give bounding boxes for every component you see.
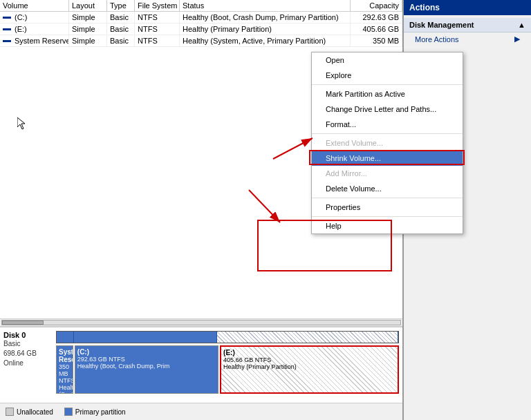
- cell-status-2: Healthy (Primary Partition): [180, 23, 351, 35]
- menu-open[interactable]: Open: [312, 52, 463, 68]
- legend: Unallocated Primary partition: [0, 403, 402, 420]
- menu-delete[interactable]: Delete Volume...: [312, 181, 463, 196]
- table-header: Volume Layout Type File System Status Ca…: [0, 0, 402, 12]
- legend-primary-box: [64, 408, 73, 416]
- col-filesystem: File System: [135, 0, 180, 11]
- partition-e[interactable]: (E:) 405.66 GB NTFS Healthy (Primary Par…: [220, 345, 399, 394]
- col-capacity: Capacity: [351, 0, 402, 11]
- cell-volume-3: System Reserved: [0, 35, 69, 46]
- context-menu: Open Explore Mark Partition as Active Ch…: [311, 52, 463, 234]
- menu-extend: Extend Volume...: [312, 135, 463, 151]
- volume-icon-3: [3, 40, 11, 42]
- volume-icon-1: [3, 17, 11, 19]
- horizontal-scrollbar[interactable]: [0, 318, 402, 327]
- more-actions-link[interactable]: More Actions ▶: [404, 32, 531, 46]
- disk-label: Disk 0 Basic 698.64 GB Online: [3, 331, 52, 399]
- menu-separator-4: [312, 216, 463, 217]
- cell-layout-1: Simple: [69, 12, 107, 23]
- menu-explore[interactable]: Explore: [312, 68, 463, 83]
- partition-title: (E:): [223, 349, 395, 356]
- menu-add-mirror: Add Mirror...: [312, 166, 463, 181]
- disk-status: Online: [3, 359, 52, 368]
- legend-unallocated: Unallocated: [6, 408, 53, 416]
- table-row[interactable]: System Reserved Simple Basic NTFS Health…: [0, 35, 402, 47]
- volume-icon-2: [3, 28, 11, 30]
- actions-header: Actions: [404, 0, 531, 15]
- menu-separator-1: [312, 84, 463, 85]
- cell-layout-3: Simple: [69, 35, 107, 46]
- menu-properties[interactable]: Properties: [312, 200, 463, 215]
- table-row[interactable]: (E:) Simple Basic NTFS Healthy (Primary …: [0, 23, 402, 35]
- menu-shrink[interactable]: Shrink Volume...: [312, 151, 463, 166]
- partition-title: (C:): [77, 348, 216, 356]
- cell-capacity-1: 292.63 GB: [351, 12, 402, 23]
- menu-change-letter[interactable]: Change Drive Letter and Paths...: [312, 102, 463, 117]
- cell-fs-1: NTFS: [135, 12, 180, 23]
- cell-status-1: Healthy (Boot, Crash Dump, Primary Parti…: [180, 12, 351, 23]
- scrollbar-thumb[interactable]: [2, 321, 44, 325]
- cell-type-3: Basic: [107, 35, 135, 46]
- menu-mark-active[interactable]: Mark Partition as Active: [312, 86, 463, 102]
- chevron-right-icon: ▶: [514, 35, 520, 44]
- partition-system-reserved[interactable]: System Rese 350 MB NTFS Healthy (Syst: [56, 345, 73, 394]
- legend-unallocated-label: Unallocated: [17, 408, 53, 416]
- disk-name: Disk 0: [3, 331, 52, 339]
- cell-fs-3: NTFS: [135, 35, 180, 46]
- legend-primary-label: Primary partition: [75, 408, 126, 416]
- actions-section: Disk Management ▲ More Actions ▶: [404, 15, 531, 48]
- menu-help[interactable]: Help: [312, 218, 463, 233]
- menu-format[interactable]: Format...: [312, 117, 463, 132]
- col-status: Status: [180, 0, 351, 11]
- disk-management-section[interactable]: Disk Management ▲: [404, 18, 531, 32]
- col-volume: Volume: [0, 0, 69, 11]
- scrollbar-track[interactable]: [1, 320, 401, 325]
- cell-capacity-3: 350 MB: [351, 35, 402, 46]
- cell-type-2: Basic: [107, 23, 135, 35]
- partition-c[interactable]: (C:) 292.63 GB NTFS Healthy (Boot, Crash…: [75, 345, 218, 394]
- cell-volume-1: (C:): [0, 12, 69, 23]
- disk-type: Basic: [3, 339, 52, 349]
- more-actions-label: More Actions: [415, 35, 459, 44]
- col-layout: Layout: [69, 0, 107, 11]
- collapse-icon: ▲: [518, 21, 525, 29]
- table-row[interactable]: (C:) Simple Basic NTFS Healthy (Boot, Cr…: [0, 12, 402, 23]
- cell-volume-2: (E:): [0, 23, 69, 35]
- partition-title: System Rese: [59, 348, 71, 363]
- cell-type-1: Basic: [107, 12, 135, 23]
- partition-blocks: System Rese 350 MB NTFS Healthy (Syst (C…: [56, 345, 399, 394]
- cell-status-3: Healthy (System, Active, Primary Partiti…: [180, 35, 351, 46]
- disk-size: 698.64 GB: [3, 349, 52, 359]
- cell-layout-2: Simple: [69, 23, 107, 35]
- legend-unallocated-box: [6, 408, 14, 416]
- cell-fs-2: NTFS: [135, 23, 180, 35]
- menu-separator-3: [312, 198, 463, 198]
- legend-primary: Primary partition: [64, 408, 126, 416]
- menu-separator-2: [312, 133, 463, 134]
- disk-management-label: Disk Management: [409, 21, 474, 29]
- col-type: Type: [107, 0, 135, 11]
- cell-capacity-2: 405.66 GB: [351, 23, 402, 35]
- disk-visual: System Rese 350 MB NTFS Healthy (Syst (C…: [56, 331, 399, 399]
- disk-view: Disk 0 Basic 698.64 GB Online System Res…: [0, 327, 402, 403]
